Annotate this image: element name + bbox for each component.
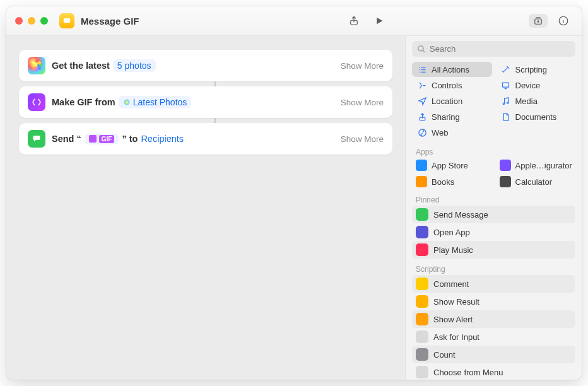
action-send-message[interactable]: Send “ GIF ” to Recipients Show More <box>19 123 392 155</box>
location-icon <box>417 96 427 106</box>
app-window: Message GIF <box>6 6 582 380</box>
shortcut-icon <box>59 13 74 28</box>
action-icon <box>416 295 428 308</box>
category-media[interactable]: Media <box>496 93 576 108</box>
action-icon <box>416 366 428 378</box>
app-app-store[interactable]: App Store <box>412 158 492 173</box>
media-icon <box>501 96 511 106</box>
toolbar-center <box>347 14 386 28</box>
svg-point-8 <box>507 102 509 103</box>
app-books[interactable]: Books <box>412 174 492 189</box>
action-icon <box>416 330 428 343</box>
window-controls <box>15 17 48 25</box>
category-documents[interactable]: Documents <box>496 109 576 124</box>
action-icon <box>416 208 428 221</box>
scripting-section-label: Scripting <box>406 261 582 275</box>
action-choose-from-menu[interactable]: Choose from Menu <box>412 363 575 380</box>
category-all-actions[interactable]: All Actions <box>412 62 492 77</box>
action-make-gif[interactable]: Make GIF from Latest Photos Show More <box>19 86 392 118</box>
controls-icon <box>417 80 427 90</box>
svg-rect-5 <box>89 135 97 143</box>
sharing-icon <box>417 112 427 122</box>
app-icon <box>500 176 511 187</box>
recipients-token[interactable]: Recipients <box>141 134 184 144</box>
svg-point-4 <box>124 100 129 105</box>
photos-icon <box>28 57 45 74</box>
workflow-canvas[interactable]: Get the latest 5 photos Show More Make G… <box>6 36 405 380</box>
search-input-wrap[interactable] <box>412 41 575 57</box>
gif-variable-token[interactable]: GIF <box>85 134 119 144</box>
action-icon <box>416 313 428 325</box>
action-title: Make GIF from Latest Photos <box>52 96 191 108</box>
close-window-button[interactable] <box>15 17 23 25</box>
action-play-music[interactable]: Play Music <box>412 241 575 259</box>
connector <box>215 118 216 123</box>
minimize-window-button[interactable] <box>28 17 35 25</box>
show-more-button[interactable]: Show More <box>341 98 384 107</box>
titlebar: Message GIF <box>6 6 582 36</box>
action-icon <box>416 243 428 256</box>
library-scroll[interactable]: Apps App StoreApple…iguratorBooksCalcula… <box>406 144 582 380</box>
info-button[interactable] <box>556 14 570 28</box>
svg-point-7 <box>503 103 505 105</box>
pinned-list: Send MessageOpen AppPlay Music <box>406 206 582 261</box>
apps-grid: App StoreApple…iguratorBooksCalculator <box>406 158 582 192</box>
action-open-app[interactable]: Open App <box>412 223 575 241</box>
gif-action-icon <box>28 93 45 111</box>
category-web[interactable]: Web <box>412 125 492 140</box>
action-show-alert[interactable]: Show Alert <box>412 310 575 328</box>
action-comment[interactable]: Comment <box>412 275 575 293</box>
category-controls[interactable]: Controls <box>412 78 492 93</box>
show-more-button[interactable]: Show More <box>341 61 384 71</box>
share-button[interactable] <box>347 14 361 28</box>
library-sidebar: All ActionsScriptingControlsDeviceLocati… <box>405 36 582 380</box>
action-title: Get the latest 5 photos <box>52 59 156 72</box>
latest-photos-token[interactable]: Latest Photos <box>119 96 192 108</box>
action-send-message[interactable]: Send Message <box>412 206 575 223</box>
svg-rect-6 <box>503 83 509 87</box>
fullscreen-window-button[interactable] <box>40 17 48 25</box>
body: Get the latest 5 photos Show More Make G… <box>6 36 582 380</box>
svg-rect-0 <box>64 18 71 23</box>
library-button[interactable] <box>529 14 548 28</box>
action-icon <box>416 278 428 290</box>
run-button[interactable] <box>372 14 386 28</box>
app-apple-igurator[interactable]: Apple…igurator <box>496 158 576 173</box>
action-count[interactable]: Count <box>412 346 575 363</box>
list-icon <box>417 64 427 74</box>
scripting-list: CommentShow ResultShow AlertAsk for Inpu… <box>406 275 582 380</box>
app-icon <box>416 160 427 171</box>
wand-icon <box>501 64 511 74</box>
show-more-button[interactable]: Show More <box>341 134 384 144</box>
action-get-photos[interactable]: Get the latest 5 photos Show More <box>19 50 392 81</box>
category-scripting[interactable]: Scripting <box>496 62 576 77</box>
apps-section-label: Apps <box>406 144 582 158</box>
category-location[interactable]: Location <box>412 93 492 108</box>
web-icon <box>417 127 427 137</box>
action-show-result[interactable]: Show Result <box>412 293 575 310</box>
category-grid: All ActionsScriptingControlsDeviceLocati… <box>406 61 582 144</box>
photos-mini-icon <box>123 98 131 106</box>
action-icon <box>416 226 428 238</box>
action-title: Send “ GIF ” to Recipients <box>52 134 184 144</box>
action-icon <box>416 348 428 361</box>
svg-point-10 <box>418 129 425 136</box>
app-icon <box>500 160 511 171</box>
gif-chip-icon <box>89 135 97 143</box>
category-device[interactable]: Device <box>496 78 576 93</box>
category-sharing[interactable]: Sharing <box>412 109 492 124</box>
search-input[interactable] <box>430 44 570 54</box>
toolbar-right <box>529 14 570 28</box>
pinned-section-label: Pinned <box>406 192 582 206</box>
photo-count-token[interactable]: 5 photos <box>113 59 156 72</box>
page-title: Message GIF <box>81 16 139 26</box>
device-icon <box>501 80 511 90</box>
documents-icon <box>501 112 511 122</box>
action-ask-for-input[interactable]: Ask for Input <box>412 328 575 346</box>
app-calculator[interactable]: Calculator <box>496 174 576 189</box>
search-icon <box>417 45 426 54</box>
messages-icon <box>28 130 45 148</box>
app-icon <box>416 176 427 187</box>
connector <box>215 81 216 86</box>
